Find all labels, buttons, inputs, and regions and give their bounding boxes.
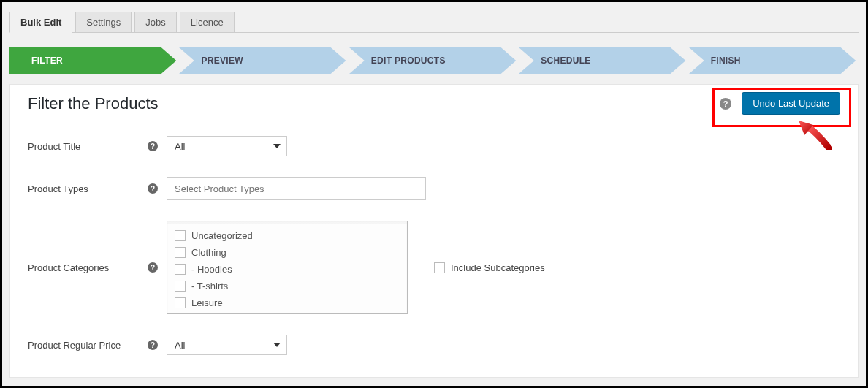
list-item[interactable]: - Hoodies [175, 261, 400, 278]
product-types-input[interactable] [167, 177, 426, 200]
tabs-row: Bulk Edit Settings Jobs Licence [9, 2, 859, 33]
tab-bulk-edit[interactable]: Bulk Edit [9, 12, 72, 33]
step-finish[interactable]: FINISH [689, 47, 856, 74]
help-icon[interactable]: ? [148, 340, 158, 350]
help-icon[interactable]: ? [148, 183, 158, 194]
product-categories-label: Product Categories [28, 262, 140, 273]
tab-jobs[interactable]: Jobs [134, 12, 176, 33]
panel-title: Filter the Products [28, 94, 159, 113]
list-item[interactable]: Clothing [175, 244, 400, 261]
wizard-steps: FILTER PREVIEW EDIT PRODUCTS SCHEDULE FI… [9, 47, 859, 74]
include-subcategories-checkbox[interactable]: Include Subcategories [434, 262, 545, 273]
checkbox-icon[interactable] [175, 230, 186, 241]
tab-licence[interactable]: Licence [180, 12, 235, 33]
list-item[interactable]: Uncategorized [175, 227, 400, 244]
product-regular-price-label: Product Regular Price [28, 340, 140, 351]
product-regular-price-select[interactable]: All [167, 335, 287, 355]
step-edit-products[interactable]: EDIT PRODUCTS [349, 47, 516, 74]
tab-settings[interactable]: Settings [75, 12, 132, 33]
step-preview[interactable]: PREVIEW [179, 47, 346, 74]
product-title-label: Product Title [28, 141, 140, 152]
help-icon[interactable]: ? [720, 98, 731, 110]
step-filter[interactable]: FILTER [9, 47, 176, 74]
step-schedule[interactable]: SCHEDULE [519, 47, 685, 74]
undo-last-update-button[interactable]: Undo Last Update [742, 92, 840, 115]
product-categories-listbox[interactable]: Uncategorized Clothing - Hoodies - T-shi… [167, 221, 408, 314]
checkbox-icon[interactable] [175, 247, 186, 258]
help-icon[interactable]: ? [148, 141, 158, 151]
checkbox-icon[interactable] [434, 262, 445, 273]
list-item[interactable]: Leisure [175, 294, 400, 311]
filter-panel: Filter the Products ? Undo Last Update P… [9, 84, 859, 378]
product-types-label: Product Types [28, 183, 140, 194]
checkbox-icon[interactable] [175, 281, 186, 292]
product-title-select[interactable]: All [167, 136, 287, 156]
help-icon[interactable]: ? [148, 262, 158, 273]
checkbox-icon[interactable] [175, 297, 186, 308]
checkbox-icon[interactable] [175, 264, 186, 275]
list-item[interactable]: - T-shirts [175, 278, 400, 294]
